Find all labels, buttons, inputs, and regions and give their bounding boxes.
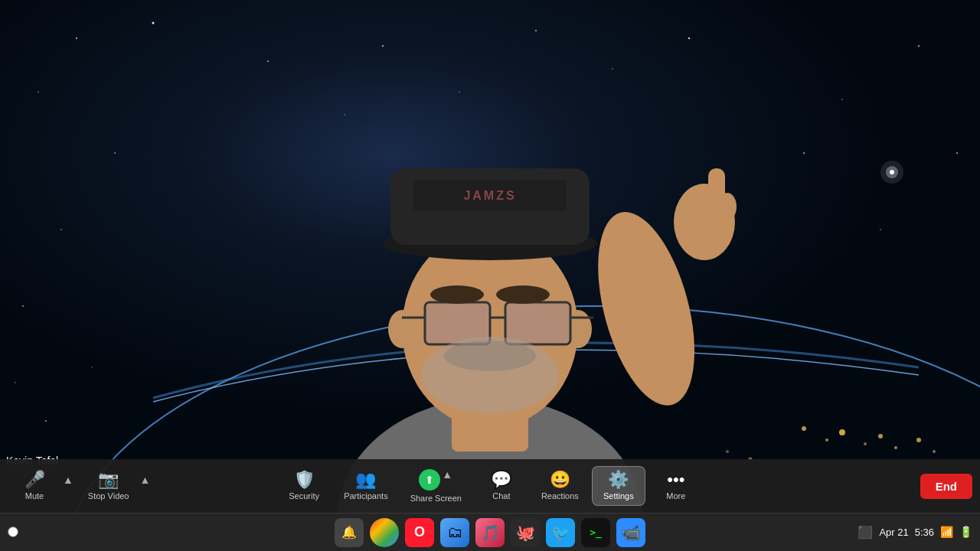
video-section: 📷 Stop Video ▲ (79, 467, 152, 505)
chat-label: Chat (492, 491, 510, 500)
svg-point-20 (45, 420, 47, 422)
share-screen-label: Share Screen (410, 494, 462, 503)
svg-point-52 (496, 285, 550, 304)
svg-point-19 (15, 382, 16, 383)
reactions-label: Reactions (541, 491, 579, 500)
dock-notification[interactable]: 🔔 (335, 518, 364, 547)
video-arrow[interactable]: ▲ (138, 474, 152, 486)
settings-label: Settings (603, 491, 634, 500)
mute-label: Mute (25, 491, 44, 500)
svg-point-32 (894, 446, 897, 449)
svg-rect-47 (505, 302, 570, 344)
participants-button[interactable]: 👥 Participants (335, 467, 397, 505)
toolbar-center: 🛡️ Security 👥 Participants ⬆ ▲ Share Scr… (277, 465, 703, 507)
svg-point-5 (114, 152, 116, 154)
dock-zoom[interactable]: 📹 (616, 518, 645, 547)
dock: 🔔 O 🗂 🎵 🐙 🐦 >_ 📹 ⬛ Apr 21 5:36 📶 🔋 (0, 513, 980, 551)
left-tray (8, 513, 18, 551)
svg-text:JAMZS: JAMZS (463, 189, 516, 202)
space-background: JAMZS (0, 0, 980, 513)
svg-point-4 (38, 91, 39, 93)
svg-point-30 (864, 442, 867, 445)
svg-point-27 (802, 426, 806, 431)
participants-label: Participants (344, 491, 387, 500)
dock-creativeshell[interactable]: 🐙 (511, 518, 540, 547)
svg-point-16 (344, 114, 345, 116)
svg-point-14 (459, 91, 459, 92)
more-icon: ••• (667, 471, 684, 488)
security-label: Security (289, 491, 319, 500)
stop-video-button[interactable]: 📷 Stop Video (79, 467, 139, 505)
toolbar-left: 🎤 Mute ▲ 📷 Stop Video ▲ (0, 467, 152, 505)
settings-button[interactable]: ⚙️ Settings (592, 466, 645, 506)
svg-point-13 (535, 30, 537, 31)
reactions-button[interactable]: 😀 Reactions (532, 467, 588, 505)
svg-point-17 (880, 229, 881, 230)
dock-twitter[interactable]: 🐦 (546, 518, 575, 547)
chat-icon: 💬 (491, 471, 511, 488)
battery-icon: 🔋 (959, 526, 972, 538)
svg-point-28 (825, 439, 828, 442)
svg-point-9 (841, 99, 843, 100)
svg-point-59 (718, 193, 737, 220)
svg-point-54 (444, 341, 536, 371)
chat-button[interactable]: 💬 Chat (475, 467, 528, 505)
svg-point-11 (688, 37, 690, 39)
svg-point-1 (76, 37, 77, 39)
svg-point-15 (382, 45, 384, 47)
participants-icon: 👥 (355, 471, 376, 488)
svg-point-6 (60, 229, 62, 230)
security-icon: 🛡️ (294, 471, 315, 488)
system-tray: ⬛ Apr 21 5:36 📶 🔋 (750, 513, 980, 551)
toolbar-right: End (920, 474, 972, 499)
svg-point-40 (388, 310, 416, 348)
more-button[interactable]: ••• More (649, 467, 703, 505)
end-button[interactable]: End (920, 474, 972, 499)
svg-point-24 (880, 161, 903, 184)
date-display: Apr 21 (879, 527, 908, 538)
svg-point-2 (152, 22, 155, 24)
svg-point-33 (916, 438, 921, 442)
svg-point-21 (91, 367, 92, 367)
zoom-toolbar: 🎤 Mute ▲ 📷 Stop Video ▲ 🛡️ Security 👥 Pa… (0, 459, 980, 513)
svg-point-3 (267, 60, 269, 62)
wifi-icon: 📶 (940, 526, 953, 538)
dock-music[interactable]: 🎵 (475, 518, 505, 547)
security-button[interactable]: 🛡️ Security (277, 467, 331, 505)
stop-video-label: Stop Video (88, 491, 129, 500)
dock-chrome[interactable] (370, 518, 399, 547)
svg-point-31 (878, 434, 883, 439)
svg-point-29 (839, 429, 845, 435)
svg-point-7 (22, 305, 24, 307)
svg-point-51 (430, 285, 484, 304)
svg-point-10 (803, 152, 805, 154)
video-icon: 📷 (98, 471, 119, 488)
video-area: JAMZS Kevin Tofel (0, 0, 980, 513)
svg-point-18 (956, 152, 958, 154)
svg-point-8 (918, 45, 920, 47)
svg-point-58 (678, 195, 701, 226)
mute-arrow[interactable]: ▲ (61, 474, 75, 486)
settings-icon: ⚙️ (608, 471, 629, 488)
mute-section: 🎤 Mute ▲ (8, 467, 75, 505)
mute-icon: 🎤 (24, 471, 45, 488)
dock-opera[interactable]: O (405, 518, 434, 547)
time-display: 5:36 (915, 527, 934, 538)
more-label: More (666, 491, 685, 500)
dock-terminal[interactable]: >_ (581, 518, 610, 547)
reactions-icon: 😀 (550, 471, 570, 488)
dock-finder[interactable]: 🗂 (440, 518, 469, 547)
tray-dot (8, 527, 18, 537)
share-screen-icon: ⬆ ▲ (419, 469, 452, 491)
screen-record-icon: ⬛ (858, 525, 873, 540)
svg-point-12 (612, 68, 613, 70)
svg-point-34 (933, 450, 936, 453)
mute-button[interactable]: 🎤 Mute (8, 467, 61, 505)
share-screen-button[interactable]: ⬆ ▲ Share Screen (401, 465, 471, 507)
svg-point-35 (726, 450, 729, 453)
